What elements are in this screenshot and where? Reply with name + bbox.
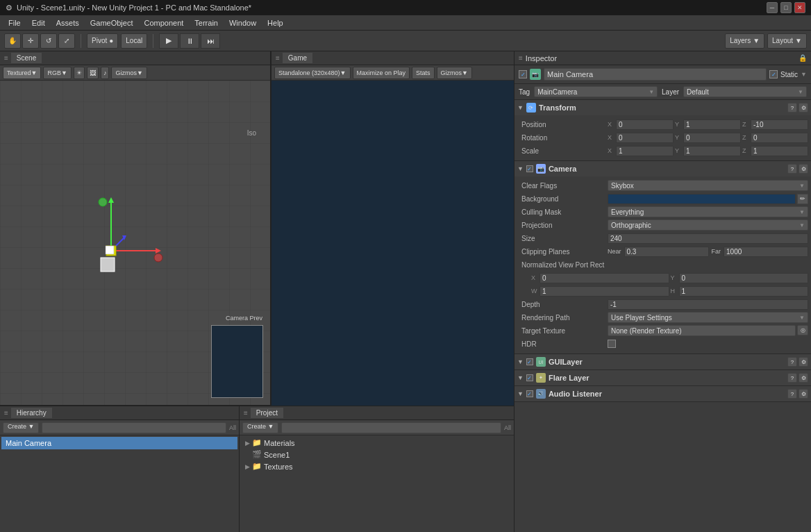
scale-z-value[interactable]: 1 (751, 146, 808, 156)
guilayer-header[interactable]: ▼ UI GUILayer ? ⚙ (515, 354, 811, 369)
menu-gameobject[interactable]: GameObject (85, 17, 139, 28)
rotate-tool[interactable]: ↺ (40, 33, 57, 49)
layers-dropdown[interactable]: Layers ▼ (725, 33, 764, 49)
resolution-btn[interactable]: Standalone (320x480) ▼ (274, 67, 351, 79)
rgb-btn[interactable]: RGB ▼ (43, 67, 71, 79)
camera-header[interactable]: ▼ 📷 Camera ? ⚙ (515, 161, 811, 176)
menu-file[interactable]: File (3, 17, 26, 28)
layer-dropdown[interactable]: Default ▼ (683, 86, 807, 97)
scale-y-value[interactable]: 1 (683, 146, 741, 156)
textured-btn[interactable]: Textured ▼ (3, 67, 41, 79)
flarelayer-header[interactable]: ▼ ✦ Flare Layer ? ⚙ (515, 370, 811, 385)
scale-tool[interactable]: ⤢ (58, 33, 75, 49)
play-button[interactable]: ▶ (159, 33, 178, 49)
inspector-scroll[interactable]: ▼ ⟳ Transform ? ⚙ Position X (515, 100, 811, 532)
near-value[interactable]: 0.3 (624, 247, 709, 257)
hierarchy-main-camera[interactable]: Main Camera (1, 437, 237, 449)
audiolistener-help-btn[interactable]: ? (787, 389, 797, 399)
minimize-button[interactable]: ─ (767, 2, 778, 13)
sun-btn[interactable]: ☀ (74, 67, 85, 79)
step-button[interactable]: ⏭ (201, 33, 220, 49)
move-tool[interactable]: ✛ (22, 33, 39, 49)
viewport-w-value[interactable]: 1 (540, 286, 669, 297)
pause-button[interactable]: ⏸ (180, 33, 199, 49)
audiolistener-header[interactable]: ▼ 🔊 Audio Listener ? ⚙ (515, 386, 811, 401)
menu-terrain[interactable]: Terrain (189, 17, 224, 28)
folder-scene1[interactable]: ▶ 🎬 Scene1 (241, 449, 512, 460)
audiolistener-settings-btn[interactable]: ⚙ (799, 389, 808, 399)
image-btn[interactable]: 🖼 (87, 67, 99, 79)
static-checkbox[interactable] (769, 70, 778, 78)
rotation-z-value[interactable]: 0 (751, 133, 808, 143)
target-texture-select-btn[interactable]: ◎ (797, 325, 808, 335)
close-button[interactable]: ✕ (794, 2, 805, 13)
game-tab[interactable]: Game (283, 53, 312, 63)
culling-mask-dropdown[interactable]: Everything ▼ (608, 206, 808, 217)
pivot-button[interactable]: Pivot ● (87, 33, 118, 49)
position-z-value[interactable]: -10 (751, 119, 808, 130)
folder-materials[interactable]: ▶ 📁 Materials (241, 437, 512, 449)
object-name-field[interactable] (544, 68, 767, 81)
inspector-lock-icon[interactable]: 🔒 (799, 54, 807, 62)
rotation-x-value[interactable]: 0 (616, 133, 674, 143)
project-search[interactable] (281, 422, 501, 433)
scale-x-value[interactable]: 1 (616, 146, 674, 156)
menu-help[interactable]: Help (262, 17, 289, 28)
projection-dropdown[interactable]: Orthographic ▼ (608, 219, 808, 231)
menu-assets[interactable]: Assets (51, 17, 85, 28)
menu-window[interactable]: Window (224, 17, 262, 28)
camera-settings-btn[interactable]: ⚙ (799, 164, 808, 174)
camera-enabled-checkbox[interactable] (526, 165, 533, 172)
game-viewport[interactable] (271, 81, 514, 406)
rotation-y-value[interactable]: 0 (683, 133, 741, 143)
background-color[interactable] (608, 194, 796, 204)
flarelayer-help-btn[interactable]: ? (787, 373, 797, 383)
maximize-btn[interactable]: Maximize on Play (353, 67, 410, 79)
maximize-button[interactable]: □ (780, 2, 792, 13)
project-create-btn[interactable]: Create ▼ (242, 422, 278, 433)
menu-edit[interactable]: Edit (26, 17, 51, 28)
guilayer-help-btn[interactable]: ? (787, 357, 797, 367)
viewport-y-value[interactable]: 0 (679, 273, 809, 283)
guilayer-enabled-checkbox[interactable] (526, 358, 533, 365)
layout-dropdown[interactable]: Layout ▼ (767, 33, 807, 49)
gizmos-btn[interactable]: Gizmos ▼ (111, 67, 147, 79)
hdr-checkbox[interactable] (608, 340, 616, 348)
background-edit-btn[interactable]: ✏ (797, 194, 808, 204)
viewport-h-value[interactable]: 1 (679, 286, 809, 297)
stats-btn[interactable]: Stats (412, 67, 435, 79)
folder-textures[interactable]: ▶ 📁 Textures (241, 460, 512, 472)
local-button[interactable]: Local (121, 33, 147, 49)
transform-settings-btn[interactable]: ⚙ (799, 103, 808, 113)
far-value[interactable]: 1000 (724, 247, 808, 257)
hierarchy-create-btn[interactable]: Create ▼ (3, 422, 39, 433)
window-controls[interactable]: ─ □ ✕ (767, 2, 805, 13)
size-value[interactable]: 240 (608, 233, 808, 244)
project-tab[interactable]: Project (251, 408, 283, 418)
target-texture-value[interactable]: None (Render Texture) (608, 325, 796, 336)
layer-label: Layer (662, 88, 679, 96)
position-x-value[interactable]: 0 (616, 119, 674, 130)
hierarchy-tab[interactable]: Hierarchy (11, 408, 52, 418)
hierarchy-search[interactable] (42, 422, 226, 433)
menu-component[interactable]: Component (138, 17, 189, 28)
viewport-x-value[interactable]: 0 (540, 273, 669, 283)
object-active-checkbox[interactable] (519, 70, 527, 78)
rendering-path-dropdown[interactable]: Use Player Settings ▼ (608, 312, 808, 323)
guilayer-settings-btn[interactable]: ⚙ (799, 357, 808, 367)
tag-dropdown[interactable]: MainCamera ▼ (534, 86, 658, 97)
transform-help-btn[interactable]: ? (787, 103, 797, 113)
clear-flags-dropdown[interactable]: Skybox ▼ (608, 180, 808, 191)
position-y-value[interactable]: 1 (683, 119, 741, 130)
game-gizmos-btn[interactable]: Gizmos ▼ (437, 67, 472, 79)
flarelayer-enabled-checkbox[interactable] (526, 374, 533, 381)
transform-header[interactable]: ▼ ⟳ Transform ? ⚙ (515, 100, 811, 115)
hand-tool[interactable]: ✋ (4, 33, 21, 49)
depth-value[interactable]: -1 (608, 299, 808, 310)
flarelayer-settings-btn[interactable]: ⚙ (799, 373, 808, 383)
static-arrow[interactable]: ▼ (801, 71, 807, 78)
scene-tab[interactable]: Scene (11, 53, 42, 63)
audio-btn[interactable]: ♪ (101, 67, 110, 79)
audiolistener-enabled-checkbox[interactable] (526, 390, 533, 397)
camera-help-btn[interactable]: ? (787, 164, 797, 174)
